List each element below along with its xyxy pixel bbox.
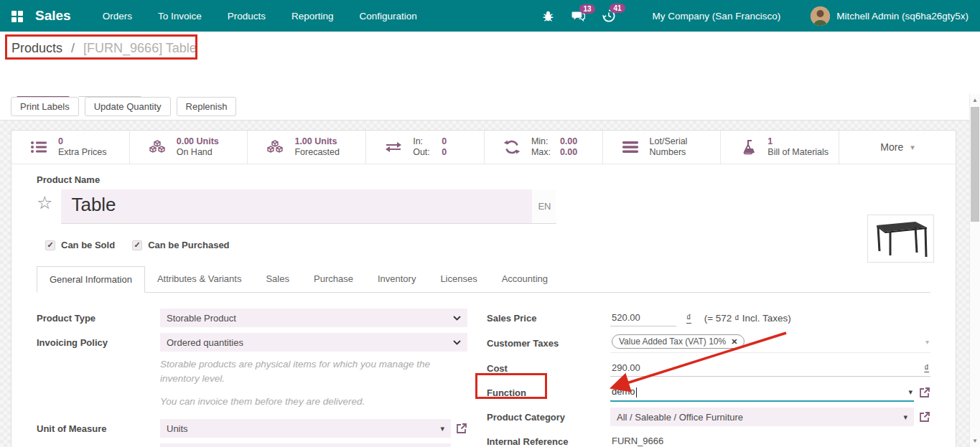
favorite-star-icon[interactable]: ☆ bbox=[37, 192, 52, 224]
activities-clock-icon[interactable]: 41 bbox=[594, 5, 624, 27]
nav-item-configuration[interactable]: Configuration bbox=[350, 1, 427, 31]
breadcrumb-products-link[interactable]: Products bbox=[11, 41, 62, 55]
language-badge[interactable]: EN bbox=[532, 189, 556, 223]
stat-bill-of-materials[interactable]: 1Bill of Materials bbox=[721, 131, 839, 164]
extra-prices-value: 0 bbox=[58, 136, 106, 147]
stat-extra-prices[interactable]: 0Extra Prices bbox=[11, 131, 130, 164]
product-image[interactable] bbox=[867, 215, 934, 263]
stat-reordering-rules[interactable]: Min:0.00 Max:0.00 bbox=[485, 131, 603, 164]
scrollbar-thumb[interactable] bbox=[971, 107, 979, 222]
internal-reference-input[interactable]: FURN_9666 bbox=[610, 433, 930, 447]
sales-price-input[interactable]: 520.00 bbox=[610, 309, 676, 326]
can-be-purchased-checkbox[interactable]: ✓ Can be Purchased bbox=[132, 240, 229, 250]
forecasted-value: 1.00 Units bbox=[294, 136, 340, 147]
uom-external-link-icon[interactable] bbox=[456, 423, 467, 434]
uom-many2one[interactable]: Units ▾ bbox=[160, 419, 451, 438]
chevron-down-icon: ▾ bbox=[910, 143, 915, 152]
replenish-button[interactable]: Replenish bbox=[177, 97, 237, 116]
extra-prices-label: Extra Prices bbox=[58, 147, 106, 158]
action-button-row: Print Labels Update Quantity Replenish bbox=[0, 97, 980, 121]
print-labels-button[interactable]: Print Labels bbox=[11, 97, 79, 116]
product-type-help-text: Storable products are physical items for… bbox=[160, 357, 462, 409]
nav-item-orders[interactable]: Orders bbox=[93, 1, 142, 31]
dropdown-caret-icon[interactable]: ▾ bbox=[908, 387, 913, 397]
function-input-focused[interactable]: demo ▾ bbox=[610, 383, 914, 402]
uom-value: Units bbox=[167, 423, 188, 434]
invoicing-policy-label: Invoicing Policy bbox=[37, 337, 160, 348]
max-value: 0.00 bbox=[560, 147, 577, 158]
tab-purchase[interactable]: Purchase bbox=[302, 266, 365, 293]
tab-accounting[interactable]: Accounting bbox=[490, 266, 560, 293]
app-name[interactable]: Sales bbox=[35, 8, 71, 24]
nav-item-products[interactable]: Products bbox=[218, 1, 276, 31]
purchase-uom-many2one[interactable]: Units ▾ bbox=[160, 443, 451, 447]
user-avatar[interactable] bbox=[811, 6, 830, 26]
tab-attributes-variants[interactable]: Attributes & Variants bbox=[145, 266, 254, 293]
more-dropdown-button[interactable]: More ▾ bbox=[839, 131, 956, 164]
can-be-sold-checkbox[interactable]: ✓ Can be Sold bbox=[45, 240, 115, 250]
tab-licenses[interactable]: Licenses bbox=[428, 266, 489, 293]
nav-item-reporting[interactable]: Reporting bbox=[281, 1, 344, 31]
product-category-many2one[interactable]: All / Saleable / Office Furniture ▾ bbox=[610, 408, 914, 426]
function-external-link-icon[interactable] bbox=[919, 387, 930, 398]
stat-forecasted[interactable]: 1.00 UnitsForecasted bbox=[248, 131, 366, 164]
pricelist-icon bbox=[29, 140, 49, 154]
top-navbar: Sales Orders To Invoice Products Reporti… bbox=[0, 0, 980, 32]
nav-item-to-invoice[interactable]: To Invoice bbox=[148, 1, 212, 31]
product-name-input[interactable]: Table bbox=[61, 189, 532, 223]
cost-input[interactable]: 290.00 ₫ bbox=[610, 359, 930, 377]
checkbox-checked-icon: ✓ bbox=[45, 240, 55, 250]
invoicing-policy-select[interactable]: Ordered quantities bbox=[160, 333, 467, 352]
can-be-sold-label: Can be Sold bbox=[61, 240, 115, 250]
exchange-arrows-icon bbox=[383, 141, 403, 154]
checkbox-checked-icon: ✓ bbox=[132, 240, 142, 250]
apps-grid-icon[interactable] bbox=[11, 11, 22, 22]
dropdown-caret-icon[interactable]: ▾ bbox=[925, 338, 929, 346]
out-value: 0 bbox=[442, 147, 447, 158]
product-type-select[interactable]: Storable Product bbox=[160, 309, 467, 327]
max-label: Max: bbox=[531, 147, 553, 158]
bom-value: 1 bbox=[767, 136, 829, 147]
product-category-external-link-icon[interactable] bbox=[919, 411, 930, 423]
stat-in-out[interactable]: In:0 Out:0 bbox=[366, 131, 485, 164]
select-chevron-icon bbox=[453, 340, 461, 345]
cost-currency: ₫ bbox=[924, 362, 929, 373]
tab-sales[interactable]: Sales bbox=[253, 266, 302, 293]
on-hand-label: On Hand bbox=[177, 147, 219, 158]
activities-badge: 41 bbox=[610, 4, 625, 13]
cubes-icon bbox=[147, 139, 167, 155]
dropdown-caret-icon: ▾ bbox=[440, 424, 444, 433]
help-line-2: You can invoice them before they are del… bbox=[160, 395, 462, 409]
sales-price-currency[interactable]: ₫ bbox=[686, 312, 691, 324]
stat-on-hand[interactable]: 0.00 UnitsOn Hand bbox=[130, 131, 248, 164]
select-chevron-icon bbox=[453, 316, 461, 321]
more-label: More bbox=[880, 141, 903, 153]
product-type-label: Product Type bbox=[37, 313, 160, 324]
in-label: In: bbox=[413, 136, 434, 147]
tax-included-note: (= 572 ₫ Incl. Taxes) bbox=[704, 313, 791, 324]
update-quantity-button[interactable]: Update Quantity bbox=[85, 97, 171, 116]
tab-inventory[interactable]: Inventory bbox=[365, 266, 428, 293]
min-value: 0.00 bbox=[560, 136, 577, 147]
dropdown-caret-icon: ▾ bbox=[903, 413, 907, 422]
messages-icon[interactable]: 13 bbox=[563, 6, 594, 27]
flask-icon bbox=[738, 139, 758, 155]
form-body: Product Name ☆ Table EN ✓ Can be Sold ✓ bbox=[11, 164, 956, 447]
stat-lot-serial[interactable]: Lot/SerialNumbers bbox=[603, 131, 722, 164]
scroll-up-icon[interactable]: ▲ bbox=[970, 97, 980, 103]
remove-tag-icon[interactable]: ✕ bbox=[731, 337, 737, 347]
form-right-column: Sales Price 520.00 ₫ (= 572 ₫ Incl. Taxe… bbox=[487, 309, 930, 447]
internal-reference-label: Internal Reference bbox=[487, 436, 610, 447]
text-cursor bbox=[636, 387, 637, 397]
company-switcher[interactable]: My Company (San Francisco) bbox=[653, 11, 781, 22]
refresh-icon bbox=[502, 139, 522, 155]
tab-general-information[interactable]: General Information bbox=[37, 266, 145, 293]
customer-taxes-field[interactable]: Value Added Tax (VAT) 10% ✕ ▾ bbox=[610, 333, 930, 353]
can-be-purchased-label: Can be Purchased bbox=[148, 240, 229, 250]
scroll-down-icon[interactable]: ▼ bbox=[970, 438, 980, 444]
debug-bug-icon[interactable] bbox=[533, 6, 563, 27]
cost-label: Cost bbox=[487, 363, 610, 374]
user-menu[interactable]: Mitchell Admin (sq6ha26gty5x) bbox=[836, 11, 969, 22]
vertical-scrollbar[interactable]: ▲ ▼ bbox=[969, 94, 980, 447]
breadcrumb: Products / [FURN_9666] Table bbox=[11, 41, 197, 56]
